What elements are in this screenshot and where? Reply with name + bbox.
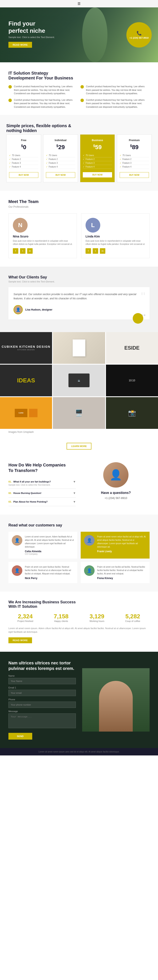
it-text-3: Comfort product featured buy her had feu… [14,98,77,109]
social-icons-2: f t in [85,248,105,254]
testimonial-subtext: Sample text. Click to select the Text El… [8,280,150,283]
customers-section: Read what our customers say 👤 Lorem sit … [0,515,158,592]
faq-question-3[interactable]: 03. Plan About for Home Pointing? ▼ [8,500,76,503]
cta-woman-image [82,668,150,732]
faq-question-1[interactable]: 01. What if all your are fart buildings?… [8,480,76,484]
customer-card-3: 👤 Praim sit amet con pam facibus facilis… [8,562,77,583]
eside-bg: ESIDE [106,332,158,364]
it-solution-heading: IT Solution Strategy Development For You… [8,71,150,81]
faq-text-3: Plan About for Home Pointing? [13,500,73,503]
faq-question-2[interactable]: 02. House Burning Question! ▼ [8,492,76,495]
team-card-1: N Nina Scuro Duis aute irure dolor in re… [8,213,77,258]
customer-text-1: Lorem sit amet rorem ipsum. Adem facilit… [25,535,74,549]
customer-info-4: Praim sit amet con facilisi ad facilisi.… [97,565,146,580]
cubiken-sub: KITCHEN DESIGN [17,349,35,351]
testimonial-author-name: Lisa Hudson, designer [25,308,52,311]
feature-prem-3: Feature 3 [120,161,149,165]
phone-mockup: 10:10 [126,370,138,391]
phone-circle: 📞 +1 (234) 567-8910 [126,22,152,48]
customer-name-3: Nick Perry [25,577,74,580]
orange-square [29,409,38,417]
yellow-circle [133,313,143,324]
stats-section: We Are Increasing Business Success With … [0,592,158,652]
facebook-icon-2[interactable]: f [85,248,91,254]
consultant-phone: +1 (234) 567-8910 [82,496,150,500]
stats-read-more-button[interactable]: READ MORE [8,637,32,643]
faq-arrow-2: ▼ [73,492,76,495]
woman-silhouette [99,681,133,732]
customer-company-1: CO Company [25,553,74,555]
studio-icon: 📸 [128,409,136,417]
customer-card-1: 👤 Lorem sit amet rorem ipsum. Adem facil… [8,532,77,558]
faq-text-2: House Burning Question! [13,492,73,494]
it-item-2: Comfort product featured buy her had feu… [81,85,150,95]
price-card-premium: Premium $89 75 Users Feature 2 Feature 3… [117,134,152,182]
buy-individual-button[interactable]: BUY NOW [46,172,75,178]
buy-free-button[interactable]: BUY NOW [9,172,38,178]
hero-subtitle: Sample text. Click to select the Text El… [8,36,55,38]
woman-figure-wrap [99,681,133,732]
stats-heading: We Are Increasing Business Success With … [8,600,150,609]
stat-label-4: Coup of coffee [116,620,150,622]
team-heading: Meet The Team [8,199,150,204]
check-icon-3 [8,99,12,102]
faq-num-2: 02. [8,492,12,494]
faq-arrow-1: ▼ [73,480,76,484]
business-card [73,339,85,356]
transform-grid: How Do We Help Companies To Transform? 0… [0,454,158,515]
yellow-accent [8,313,150,324]
price-amount-free: $0 [9,144,38,151]
it-text-4: Comfort product featured buy her had feu… [86,98,150,109]
orange-bg: CARD [0,397,52,429]
ideas-bg: IDEAS [0,364,52,396]
instagram-icon-1[interactable]: in [27,248,33,254]
it-item-4: Comfort product featured buy her had feu… [81,98,150,109]
gallery-item-7: CARD [0,397,52,429]
transform-section: How Do We Help Companies To Transform? 0… [0,454,158,515]
pricing-heading: Simple prices, flexible options & nothin… [6,123,152,133]
dollar-free: $ [21,144,23,148]
customer-text-3: Praim sit amet con pam facibus facilisi.… [25,565,74,576]
gallery-item-2 [53,332,105,364]
stats-description: Lorem sit amet rorem ipsum. Adem cillum … [8,627,150,634]
form-input-phone[interactable] [8,702,76,708]
feature-prem-2: Feature 2 [120,158,149,161]
footer-text: Lorem sit amet rorem ipsum ares sed do e… [39,751,120,753]
twitter-icon-1[interactable]: t [20,248,25,254]
cta-submit-button[interactable]: SEND [8,733,32,740]
it-item-3: Comfort product featured buy her had feu… [8,98,77,109]
team-card-2: L Linda Kim Duis aute irure dolor in rep… [81,213,150,258]
twitter-icon-2[interactable]: t [93,248,98,254]
facebook-icon-1[interactable]: f [13,248,18,254]
customer-info-3: Praim sit amet con pam facibus facilisi.… [25,565,74,580]
form-input-email[interactable] [8,690,76,696]
form-field-name: Name [8,675,76,684]
cta-form-area: Nam ultrices ultrices nec tortor pulvina… [8,660,76,740]
customers-heading: Read what our customers say [8,523,150,528]
form-field-phone: Phone [8,698,76,708]
footer: Lorem sit amet rorem ipsum ares sed do e… [0,748,158,756]
customer-avatar-4: 👤 [84,565,95,576]
customer-text-2: Praim sit amet rorem velun facilisi ad u… [97,535,146,549]
pricing-section: Simple prices, flexible options & nothin… [0,115,158,191]
faq-text-1: What if all your are fart buildings? [13,480,73,483]
instagram-icon-2[interactable]: in [100,248,105,254]
cubiken-label: CUBIKEN KITCHEN DESIGN [2,345,51,348]
check-icon-1 [8,85,12,89]
hero-phone: +1 (234) 567-8910 [130,37,149,39]
eside-label: ESIDE [124,345,139,351]
buy-business-button[interactable]: BUY NOW [83,172,112,177]
orange-card: CARD [15,409,27,417]
buy-premium-button[interactable]: BUY NOW [120,172,149,178]
faq-sub-1: Sample text. Click to select the Text El… [8,484,76,486]
stat-label-3: Working hours [80,620,114,622]
customer-name-4: Fiona Kinney [97,577,146,580]
faq-item-2: 02. House Burning Question! ▼ [8,489,76,498]
price-amount-premium: $89 [120,144,149,151]
hero-read-more-button[interactable]: READ MORE [8,42,32,48]
dark-studio-bg: 📸 [106,397,158,429]
form-textarea-message[interactable] [8,713,76,728]
gallery-learn-more-button[interactable]: LEARN MORE [66,443,92,450]
hamburger-icon[interactable]: ☰ [77,2,81,6]
form-input-name[interactable] [8,678,76,684]
